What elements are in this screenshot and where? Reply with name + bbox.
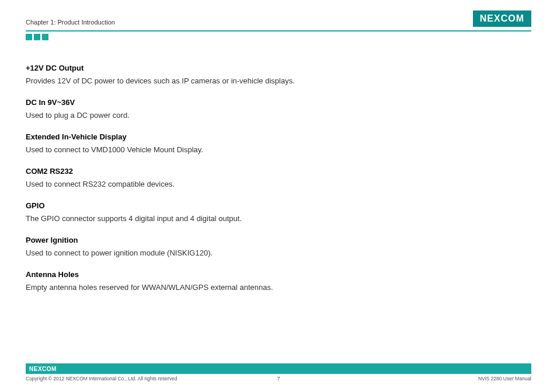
footer: NEXCOM Copyright © 2012 NEXCOM Internati… [26, 363, 531, 382]
chapter-title: Chapter 1: Product Introduction [26, 19, 115, 27]
section-title: Antenna Holes [26, 269, 353, 281]
section-extended-display: Extended In-Vehicle Display Used to conn… [26, 131, 353, 155]
logo-bottom: NEXCOM [29, 366, 57, 372]
section-power-ignition: Power Ignition Used to connect to power … [26, 235, 353, 258]
logo-top: NEXCOM [473, 10, 531, 27]
section-title: DC In 9V~36V [26, 97, 353, 108]
manual-name: NViS 2280 User Manual [478, 376, 531, 382]
section-description: The GPIO connector supports 4 digital in… [26, 213, 353, 225]
section-12v-dc-output: +12V DC Output Provides 12V of DC power … [26, 62, 353, 86]
decorative-squares [26, 34, 531, 40]
square-icon [34, 34, 40, 40]
header-row: Chapter 1: Product Introduction NEXCOM [26, 10, 531, 27]
section-title: Power Ignition [26, 235, 353, 246]
logo-text: NEXCOM [480, 13, 524, 24]
footer-bar: NEXCOM [26, 363, 531, 374]
section-title: COM2 RS232 [26, 166, 353, 177]
section-title: GPIO [26, 200, 353, 212]
section-gpio: GPIO The GPIO connector supports 4 digit… [26, 200, 353, 224]
section-antenna: Antenna Holes Empty antenna holes reserv… [26, 269, 353, 293]
section-description: Empty antenna holes reserved for WWAN/WL… [26, 282, 353, 293]
copyright-text: Copyright © 2012 NEXCOM International Co… [26, 376, 177, 382]
section-description: Used to plug a DC power cord. [26, 110, 353, 121]
section-title: Extended In-Vehicle Display [26, 131, 353, 143]
header-divider [26, 30, 531, 32]
section-description: Used to connect to VMD1000 Vehicle Mount… [26, 144, 353, 156]
content-body: +12V DC Output Provides 12V of DC power … [26, 62, 531, 293]
section-description: Used to connect RS232 compatible devices… [26, 178, 353, 190]
footer-text-row: Copyright © 2012 NEXCOM International Co… [26, 376, 531, 382]
square-icon [26, 34, 32, 40]
page-number: 7 [277, 376, 280, 382]
section-title: +12V DC Output [26, 62, 353, 74]
section-dc-in: DC In 9V~36V Used to plug a DC power cor… [26, 97, 353, 121]
section-description: Used to connect to power ignition module… [26, 247, 353, 259]
section-com2: COM2 RS232 Used to connect RS232 compati… [26, 166, 353, 190]
document-page: Chapter 1: Product Introduction NEXCOM +… [0, 0, 557, 293]
section-description: Provides 12V of DC power to devices such… [26, 75, 353, 87]
square-icon [42, 34, 48, 40]
